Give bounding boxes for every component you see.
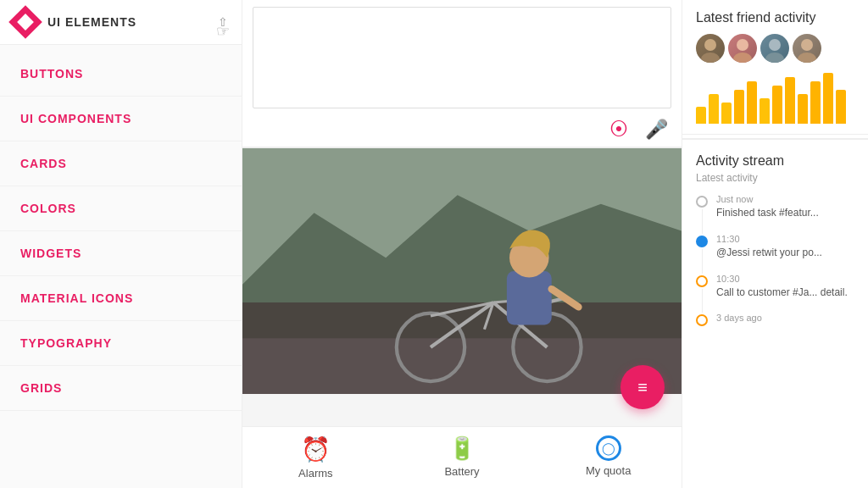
chart-bar (772, 86, 782, 124)
activity-content: Just now Finished task #featur... (716, 194, 819, 220)
right-panel: Latest friend activity (682, 0, 868, 488)
avatars-row (696, 34, 854, 63)
media-icons-bar: ⦿ 🎤 (253, 112, 671, 141)
bottom-item-battery[interactable]: 🔋 Battery (389, 435, 536, 480)
svg-point-22 (801, 39, 813, 51)
sidebar-item-ui-components[interactable]: UI COMPONENTS (0, 97, 242, 141)
avatar[interactable] (728, 34, 757, 63)
quota-icon: ◯ (596, 435, 621, 461)
logo-icon (8, 5, 42, 39)
sidebar-item-widgets[interactable]: WIDGETS (0, 231, 242, 276)
activity-stream-title: Activity stream (696, 153, 854, 169)
activity-time: 10:30 (716, 274, 848, 284)
svg-point-16 (704, 39, 716, 51)
sidebar-item-grids[interactable]: GRIDS (0, 366, 242, 411)
bottom-bar: ⏰ Alarms 🔋 Battery ◯ My quota (242, 426, 682, 488)
camera-icon[interactable]: ⦿ (609, 119, 628, 141)
chart-bar (836, 90, 846, 124)
sidebar-title: UI ELEMENTS (47, 15, 218, 29)
activity-text: Call to customer #Ja... detail. (716, 286, 848, 300)
quota-label: My quota (586, 464, 631, 477)
activity-dot (696, 314, 708, 326)
avatar[interactable] (793, 34, 821, 63)
chevron-up-icon[interactable]: ⇧ ☞ (218, 15, 228, 29)
activity-time: 11:30 (716, 234, 822, 244)
activity-text: Finished task #featur... (716, 206, 819, 220)
avatar[interactable] (760, 34, 789, 63)
chart-bar (810, 81, 821, 124)
bottom-item-alarms[interactable]: ⏰ Alarms (242, 435, 389, 480)
activity-item: 10:30 Call to customer #Ja... detail. (696, 274, 854, 313)
activity-list: Just now Finished task #featur... 11:30 … (696, 194, 854, 340)
separator (682, 138, 868, 140)
main-content: ⦿ 🎤 (242, 0, 682, 488)
bottom-item-quota[interactable]: ◯ My quota (535, 435, 682, 480)
sidebar-item-cards[interactable]: CARDS (0, 141, 242, 186)
svg-rect-4 (242, 338, 682, 394)
chart-bar (760, 98, 770, 124)
activity-dot (696, 275, 708, 287)
chart-bar (721, 103, 732, 124)
sidebar-item-material-icons[interactable]: MATERIAL ICONS (0, 276, 242, 321)
activity-text: @Jessi retwit your po... (716, 246, 822, 260)
friend-activity-title: Latest friend activity (696, 10, 854, 25)
bike-image (242, 148, 682, 394)
svg-point-20 (769, 39, 781, 51)
sidebar-item-colors[interactable]: COLORS (0, 186, 242, 231)
alarm-label: Alarms (298, 467, 332, 480)
friend-activity-chart (696, 73, 854, 124)
svg-point-19 (733, 53, 752, 63)
cursor-icon: ☞ (216, 22, 230, 41)
fab-menu-button[interactable] (620, 365, 665, 409)
activity-content: 10:30 Call to customer #Ja... detail. (716, 274, 848, 300)
activity-item: 3 days ago (696, 313, 854, 340)
svg-point-18 (737, 39, 748, 51)
activity-item: Just now Finished task #featur... (696, 194, 854, 234)
battery-label: Battery (444, 465, 479, 478)
chart-bar (696, 107, 706, 124)
activity-item: 11:30 @Jessi retwit your po... (696, 234, 854, 274)
chart-bar (785, 77, 795, 124)
chart-bar (747, 81, 757, 124)
avatar[interactable] (696, 34, 725, 63)
svg-point-23 (798, 53, 816, 63)
svg-point-21 (765, 53, 784, 63)
activity-time: 3 days ago (716, 313, 762, 323)
friend-activity-section: Latest friend activity (682, 0, 868, 135)
activity-stream-section: Activity stream Latest activity Just now… (682, 143, 868, 488)
activity-dot (696, 196, 708, 208)
microphone-icon[interactable]: 🎤 (645, 119, 668, 141)
chart-bar (709, 94, 719, 124)
svg-point-17 (701, 53, 720, 63)
activity-content: 3 days ago (716, 313, 762, 326)
svg-rect-13 (507, 271, 552, 324)
content-textarea[interactable] (253, 7, 671, 108)
activity-dot (696, 236, 708, 247)
chart-bar (798, 94, 808, 124)
chart-bar (734, 90, 744, 124)
sidebar: UI ELEMENTS ⇧ ☞ BUTTONSUI COMPONENTSCARD… (0, 0, 242, 488)
activity-latest-label: Latest activity (696, 172, 854, 184)
image-section (242, 148, 682, 426)
sidebar-nav: BUTTONSUI COMPONENTSCARDSCOLORSWIDGETSMA… (0, 45, 242, 488)
sidebar-item-typography[interactable]: TYPOGRAPHY (0, 321, 242, 366)
battery-icon: 🔋 (448, 435, 476, 462)
activity-content: 11:30 @Jessi retwit your po... (716, 234, 822, 260)
top-section: ⦿ 🎤 (242, 0, 682, 148)
alarm-icon: ⏰ (301, 435, 331, 463)
chart-bar (823, 73, 833, 124)
sidebar-item-buttons[interactable]: BUTTONS (0, 52, 242, 97)
activity-time: Just now (716, 194, 819, 204)
sidebar-header: UI ELEMENTS ⇧ ☞ (0, 0, 242, 45)
